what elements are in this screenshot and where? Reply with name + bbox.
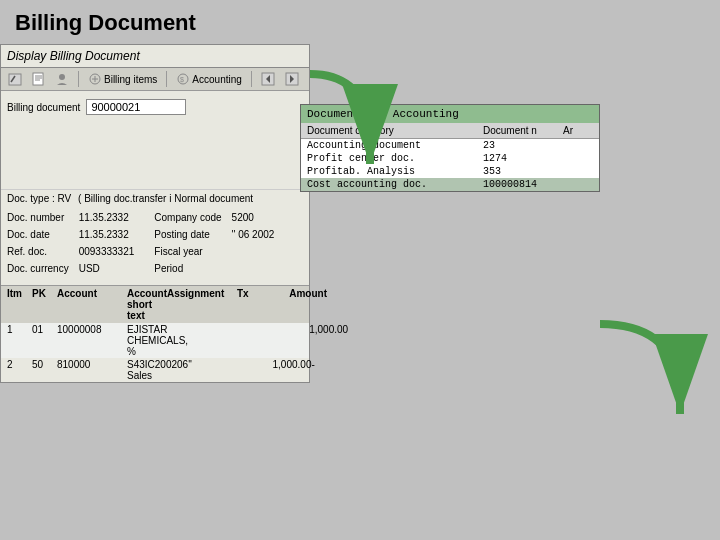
col-doc-n: Document n	[483, 125, 563, 136]
posting-date-value: '' 06 2002	[232, 229, 275, 240]
ref-doc-label: Ref. doc.	[7, 246, 47, 257]
arrow-bottom-right	[590, 304, 710, 438]
doc-date-label: Doc. date	[7, 229, 50, 240]
items-table-header: Itm PK Account Account short text Assign…	[1, 285, 309, 323]
svg-rect-2	[33, 73, 43, 85]
table-row[interactable]: 2 50 810000 S43IC Sales 200206'' 1,000.0…	[1, 358, 309, 382]
col-pk: PK	[32, 288, 57, 321]
edit-icon[interactable]	[5, 72, 25, 87]
billing-panel: Display Billing Document Billing items	[0, 44, 310, 383]
doc-details: Doc. number Doc. date Ref. doc. Doc. cur…	[1, 207, 309, 279]
doc-currency-label: Doc. currency	[7, 263, 69, 274]
toolbar: Billing items $ Accounting	[1, 68, 309, 91]
col-account: Account	[57, 288, 127, 321]
billing-doc-field: Billing document 90000021	[1, 91, 309, 119]
fiscal-year-label: Fiscal year	[154, 246, 202, 257]
doc-type-value: ( Billing doc.transfer i Normal document	[78, 193, 253, 204]
col-tx: Tx	[237, 288, 257, 321]
billing-panel-title: Display Billing Document	[1, 45, 309, 68]
company-code-value: 5200	[232, 212, 254, 223]
period-label: Period	[154, 263, 183, 274]
col-account-text: Account short text	[127, 288, 167, 321]
col-assignment: Assignment	[167, 288, 237, 321]
ref-doc-value: 0093333321	[79, 246, 135, 257]
table-row[interactable]: 1 01 10000008 EJISTAR CHEMICALS, % 1,000…	[1, 323, 309, 358]
billing-doc-value[interactable]: 90000021	[86, 99, 186, 115]
document-icon[interactable]	[29, 71, 48, 87]
nav-prev-icon[interactable]	[258, 71, 278, 87]
page-title: Billing Document	[0, 0, 720, 44]
company-code-label: Company code	[154, 212, 221, 223]
doc-number-value: 11.35.2332	[79, 212, 129, 223]
svg-rect-0	[9, 74, 21, 85]
doc-number-label: Doc. number	[7, 212, 64, 223]
arrow-down-right	[300, 64, 400, 184]
person-icon[interactable]	[52, 71, 72, 87]
svg-text:$: $	[180, 76, 184, 83]
doc-type-label: Doc. type : RV	[7, 193, 71, 204]
col-ar: Ar	[563, 125, 593, 136]
nav-next-icon[interactable]	[282, 71, 302, 87]
posting-date-label: Posting date	[154, 229, 210, 240]
col-amount: Amount	[257, 288, 327, 321]
col-itm: Itm	[7, 288, 32, 321]
billing-items-btn[interactable]: Billing items	[85, 71, 160, 87]
accounting-btn[interactable]: $ Accounting	[173, 71, 244, 87]
svg-point-6	[59, 74, 65, 80]
billing-doc-label: Billing document	[7, 102, 80, 113]
doc-currency-value: USD	[79, 263, 100, 274]
doc-date-value: 11.35.2332	[79, 229, 129, 240]
